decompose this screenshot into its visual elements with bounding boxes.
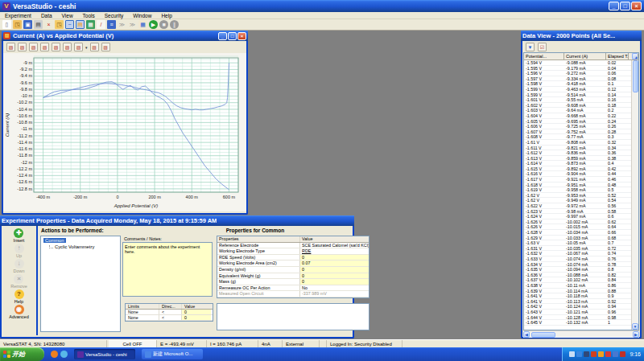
chart-plot-area[interactable]: -400 m-200 m0200 m400 m600 m-9 m-9.2 m-9… [3,53,246,211]
data-view-hscrollbar[interactable]: ◀ ▶ [523,330,639,338]
run-icon[interactable]: ▶ [149,20,158,29]
menu-window[interactable]: Window [128,13,156,18]
table-row[interactable]: -1.63 V-10.05 mA0.7 [524,240,638,246]
comments-textarea[interactable]: Enter comments about the experiment here… [122,242,213,297]
sound-icon[interactable] [591,351,597,357]
table-row[interactable]: -1.602 V-9.608 mA0.18 [524,103,638,109]
table-row[interactable]: -1.618 V-9.951 mA0.48 [524,183,638,188]
graph-view-icon[interactable]: ~ [65,20,74,29]
task-button-1[interactable]: 新建 Microsoft O... [142,349,203,359]
table-row[interactable]: -1.645 V-10.132 mA1 [524,320,638,326]
table-row[interactable]: -1.641 V-10.113 mA0.92 [524,299,638,305]
rerun-all-icon[interactable]: ≫ [128,20,137,29]
data-view-titlebar[interactable]: Data View - 2000 Points (All Se... [521,31,642,41]
scroll-left-icon[interactable]: ◀ [523,331,530,338]
browser-icon[interactable] [51,351,58,358]
table-row[interactable]: -1.637 V-10.102 mA0.84 [524,277,638,283]
dropdown-caret-icon[interactable]: ▾ [85,45,88,50]
table-row[interactable]: -1.632 V-10.067 mA0.74 [524,251,638,256]
property-row[interactable]: Remeasure OC Per ActionNo [217,285,369,292]
advanced-button[interactable]: ◉Advanced [9,305,28,319]
browse-folder-icon[interactable]: ◳ [55,20,64,29]
image-export-icon[interactable]: ▦ [86,20,95,29]
marker-style-icon[interactable]: ▨ [101,43,110,51]
actions-tree[interactable]: Common Cyclic Voltammetry [40,236,121,332]
tree-item-common[interactable]: Common [43,238,66,243]
table-row[interactable]: -1.634 V-10.074 mA0.78 [524,262,638,268]
table-row[interactable]: -1.596 V-9.272 mA0.06 [524,71,638,76]
table-row[interactable]: -1.633 V-10.074 mA0.76 [524,256,638,262]
maximize-button[interactable]: □ [620,2,630,10]
table-row[interactable]: -1.607 V-9.752 mA0.28 [524,129,638,135]
table-row[interactable]: -1.62 V-9.953 mA0.52 [524,193,638,199]
scale-xy-icon[interactable]: ▨ [40,43,49,51]
table-row[interactable]: -1.606 V-9.725 mA0.26 [524,124,638,129]
insert-button[interactable]: ✚Insert [14,228,25,243]
update-icon[interactable] [598,351,604,357]
table-row[interactable]: -1.616 V-9.904 mA0.44 [524,171,638,177]
table-row[interactable]: -1.615 V-9.892 mA0.42 [524,166,638,172]
column-header[interactable]: Potential... [524,53,564,59]
table-row[interactable]: -1.62 V-9.949 mA0.54 [524,198,638,203]
media-icon[interactable] [576,351,582,357]
chart-titlebar[interactable]: ▨ Current (A) vs Applied Potential (V) _… [2,31,248,41]
scroll-up-icon[interactable]: ▲ [632,53,638,59]
table-row[interactable]: -1.622 V-9.972 mA0.56 [524,203,638,209]
start-button[interactable]: 开始 [0,347,44,361]
table-row[interactable]: -1.631 V-10.035 mA0.72 [524,246,638,252]
column-header[interactable]: Elapsed T... [606,53,629,59]
table-row[interactable]: -1.613 V-9.859 mA0.38 [524,156,638,162]
column-header[interactable]: Current (A) [564,53,606,59]
property-row[interactable]: Mass (g)0 [217,279,369,285]
minimize-button[interactable]: _ [609,2,619,10]
device-icon[interactable] [584,351,589,357]
table-icon[interactable]: ▦ [138,20,147,29]
table-row[interactable]: -1.604 V-9.668 mA0.22 [524,113,638,119]
table-row[interactable]: -1.614 V-9.873 mA0.4 [524,161,638,166]
table-row[interactable]: -1.617 V-9.921 mA0.46 [524,177,638,183]
menu-view[interactable]: View [57,13,78,18]
alert-icon[interactable] [605,351,611,357]
chart-minimize-button[interactable]: _ [218,32,227,40]
table-row[interactable]: -1.612 V-9.836 mA0.36 [524,150,638,156]
menu-security[interactable]: Security [100,13,128,18]
table-row[interactable]: -1.601 V-9.55 mA0.16 [524,97,638,103]
open-file-icon[interactable]: ◳ [13,20,22,29]
vscroll-thumb[interactable] [633,60,638,92]
list-view-icon[interactable]: ≡ [107,20,116,29]
pause-icon[interactable]: ∥ [170,20,179,29]
table-row[interactable]: -1.595 V-9.179 mA0.04 [524,66,638,72]
rerun-icon[interactable]: ≫ [118,20,126,29]
table-row[interactable]: -1.603 V-9.64 mA0.2 [524,108,638,113]
property-row[interactable]: Working Electrode Area (cm2)0.07 [217,260,369,267]
limits-row[interactable]: None<0 [126,315,213,321]
table-row[interactable]: -1.626 V-10.015 mA0.64 [524,224,638,230]
print-icon[interactable]: ▤ [34,20,43,29]
table-row[interactable]: -1.619 V-9.958 mA0.5 [524,187,638,193]
zoom-in-icon[interactable]: ▨ [52,43,60,51]
table-row[interactable]: -1.598 V-9.418 mA0.1 [524,81,638,87]
security-icon[interactable] [613,351,618,357]
delete-icon[interactable]: × [44,20,53,29]
property-row[interactable]: Working Electrode TypeRDE [217,248,369,255]
table-row[interactable]: -1.597 V-9.334 mA0.08 [524,76,638,82]
chart-close-button[interactable]: × [237,32,246,40]
desktop-icon[interactable] [60,351,68,358]
line-style-icon[interactable]: ▨ [90,43,99,51]
task-button-0[interactable]: VersaStudio - ceshi [74,349,135,359]
scroll-down-icon[interactable]: ▼ [632,323,638,330]
table-row[interactable]: -1.626 V-10.002 mA0.62 [524,219,638,225]
table-row[interactable]: -1.599 V-9.463 mA0.12 [524,87,638,92]
hscroll-thumb[interactable] [531,332,555,338]
menu-help[interactable]: Help [156,13,176,18]
table-row[interactable]: -1.623 V-9.98 mA0.58 [524,209,638,215]
table-row[interactable]: -1.635 V-10.094 mA0.8 [524,267,638,273]
select-columns-icon[interactable]: ☑ [538,43,547,51]
table-row[interactable]: -1.641 V-10.118 mA0.9 [524,293,638,299]
table-row[interactable]: -1.643 V-10.121 mA0.96 [524,310,638,315]
scale-x-icon[interactable]: ▨ [18,43,27,51]
table-row[interactable]: -1.611 V-9.821 mA0.34 [524,146,638,151]
table-row[interactable]: -1.638 V-10.11 mA0.86 [524,283,638,289]
table-row[interactable]: -1.629 V-10.033 mA0.68 [524,236,638,241]
data-view-icon[interactable]: ▤ [76,20,85,29]
